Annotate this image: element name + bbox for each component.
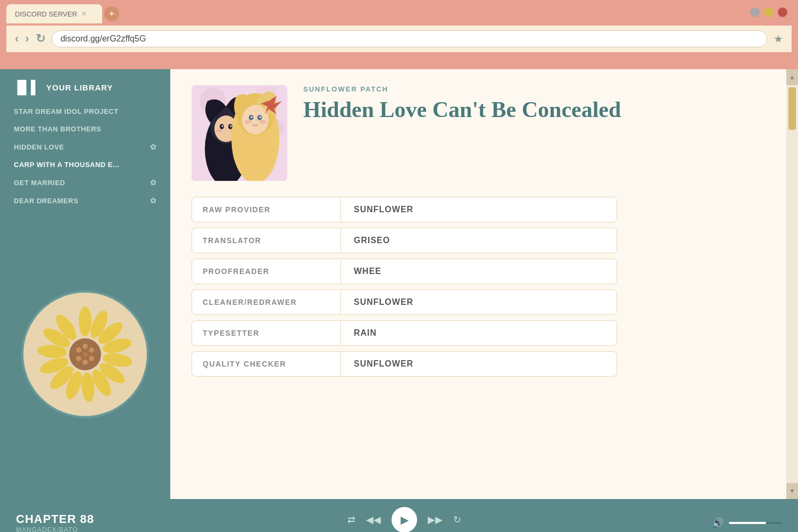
player-buttons: ⇄ ◀◀ ▶ ▶▶ ↻ bbox=[347, 507, 461, 532]
sidebar-item-label: DEAR DREAMERS bbox=[14, 197, 78, 205]
credit-row-typesetter: TYPESETTER RAIN bbox=[192, 320, 617, 346]
forward-button[interactable]: › bbox=[25, 32, 29, 46]
svg-point-18 bbox=[82, 360, 88, 365]
credit-name: SUNFLOWER bbox=[341, 352, 426, 376]
cover-art bbox=[192, 85, 287, 181]
svg-point-21 bbox=[82, 352, 88, 357]
flower-icon-3: ✿ bbox=[150, 196, 157, 205]
book-header: SUNFLOWER PATCH Hidden Love Can't Be Con… bbox=[192, 85, 765, 181]
tab-label: DISCORD SERVER bbox=[15, 10, 77, 18]
sunflower-area bbox=[0, 209, 170, 499]
book-publisher: SUNFLOWER PATCH bbox=[303, 85, 765, 93]
bookmark-button[interactable]: ★ bbox=[774, 32, 783, 45]
new-tab-button[interactable]: + bbox=[104, 6, 119, 21]
credit-row-proofreader: PROOFREADER WHEE bbox=[192, 259, 617, 284]
svg-point-37 bbox=[242, 105, 269, 135]
sidebar-item-star-dream[interactable]: STAR DREAM IDOL PROJECT bbox=[9, 103, 162, 120]
player-source: MANGADEX/BATO bbox=[16, 526, 122, 532]
sidebar-item-dear-dreamers[interactable]: DEAR DREAMERS ✿ bbox=[9, 192, 162, 209]
credits-table: RAW PROVIDER SUNFLOWER TRANSLATOR GRISEO… bbox=[192, 197, 617, 377]
add-tab-icon: + bbox=[109, 9, 115, 20]
tab-close-icon[interactable]: ✕ bbox=[81, 10, 87, 18]
svg-point-42 bbox=[244, 120, 252, 124]
maximize-button[interactable] bbox=[764, 7, 774, 17]
scroll-down-button[interactable]: ▼ bbox=[786, 483, 798, 499]
credit-name: RAIN bbox=[341, 321, 389, 345]
credit-role: QUALITY CHECKER bbox=[192, 352, 341, 376]
book-cover bbox=[192, 85, 287, 181]
svg-point-32 bbox=[230, 126, 232, 127]
play-button[interactable]: ▶ bbox=[392, 507, 417, 532]
sidebar-item-label: STAR DREAM IDOL PROJECT bbox=[14, 107, 119, 115]
svg-point-0 bbox=[79, 306, 92, 336]
refresh-button[interactable]: ↻ bbox=[36, 32, 45, 46]
svg-point-19 bbox=[76, 356, 81, 361]
scroll-thumb[interactable] bbox=[788, 87, 796, 130]
library-icon: ▐▌▌ bbox=[13, 80, 40, 95]
sidebar: ▐▌▌ YOUR LIBRARY STAR DREAM IDOL PROJECT… bbox=[0, 69, 170, 499]
credit-row-raw: RAW PROVIDER SUNFLOWER bbox=[192, 197, 617, 222]
credit-name: SUNFLOWER bbox=[341, 197, 426, 222]
volume-bar[interactable] bbox=[729, 522, 782, 524]
svg-point-41 bbox=[260, 117, 261, 118]
repeat-button[interactable]: ↻ bbox=[453, 514, 461, 526]
volume-icon: 🔊 bbox=[712, 517, 724, 529]
sunflower-svg bbox=[37, 306, 133, 402]
sunflower-emblem bbox=[21, 290, 149, 418]
player-controls: ⇄ ◀◀ ▶ ▶▶ ↻ bbox=[133, 507, 676, 532]
svg-point-43 bbox=[259, 120, 267, 124]
sidebar-title: YOUR LIBRARY bbox=[46, 83, 113, 92]
book-info: SUNFLOWER PATCH Hidden Love Can't Be Con… bbox=[303, 85, 765, 181]
volume-area: 🔊 bbox=[686, 517, 782, 529]
svg-point-17 bbox=[89, 356, 94, 361]
credit-role: PROOFREADER bbox=[192, 260, 341, 283]
flower-icon-2: ✿ bbox=[150, 178, 157, 187]
sidebar-item-label: GET MARRIED bbox=[14, 179, 65, 187]
active-tab[interactable]: DISCORD SERVER ✕ bbox=[6, 4, 102, 23]
credit-role: TYPESETTER bbox=[192, 321, 341, 345]
address-bar[interactable]: discord.gg/erG2zffq5G bbox=[52, 30, 767, 47]
player-bar: CHAPTER 88 MANGADEX/BATO ⇄ ◀◀ ▶ ▶▶ ↻ 🔊 bbox=[0, 499, 798, 532]
svg-point-20 bbox=[76, 347, 81, 353]
sidebar-item-label: CARP WITH A THOUSAND E... bbox=[14, 161, 119, 169]
credit-name: SUNFLOWER bbox=[341, 290, 426, 314]
player-info: CHAPTER 88 MANGADEX/BATO bbox=[16, 512, 122, 532]
svg-point-16 bbox=[89, 347, 94, 353]
prev-button[interactable]: ◀◀ bbox=[366, 514, 381, 526]
credit-role: RAW PROVIDER bbox=[192, 198, 341, 221]
sidebar-item-label: MORE THAN BROTHERS bbox=[14, 125, 101, 133]
volume-fill bbox=[729, 522, 766, 524]
sidebar-item-label: HIDDEN LOVE bbox=[14, 143, 64, 151]
credit-name: GRISEO bbox=[341, 228, 403, 253]
svg-point-31 bbox=[222, 126, 223, 127]
player-chapter: CHAPTER 88 bbox=[16, 512, 122, 526]
scrollbar[interactable]: ▲ ▼ bbox=[786, 69, 798, 499]
scroll-up-button[interactable]: ▲ bbox=[786, 69, 798, 85]
content-area: SUNFLOWER PATCH Hidden Love Can't Be Con… bbox=[170, 69, 798, 499]
sidebar-item-carp[interactable]: CARP WITH A THOUSAND E... bbox=[9, 156, 162, 173]
credit-row-translator: TRANSLATOR GRISEO bbox=[192, 228, 617, 253]
next-button[interactable]: ▶▶ bbox=[428, 514, 443, 526]
svg-point-15 bbox=[82, 344, 88, 349]
close-button[interactable] bbox=[778, 7, 787, 17]
svg-point-33 bbox=[216, 129, 222, 132]
sidebar-list: STAR DREAM IDOL PROJECT MORE THAN BROTHE… bbox=[0, 103, 170, 209]
back-button[interactable]: ‹ bbox=[15, 32, 19, 46]
shuffle-button[interactable]: ⇄ bbox=[347, 514, 355, 526]
credit-role: TRANSLATOR bbox=[192, 229, 341, 252]
flower-icon: ✿ bbox=[150, 143, 157, 151]
window-controls bbox=[750, 7, 787, 17]
credit-row-qc: QUALITY CHECKER SUNFLOWER bbox=[192, 351, 617, 377]
app-body: ▐▌▌ YOUR LIBRARY STAR DREAM IDOL PROJECT… bbox=[0, 69, 798, 499]
credit-row-cleaner: CLEANER/REDRAWER SUNFLOWER bbox=[192, 289, 617, 315]
sidebar-header: ▐▌▌ YOUR LIBRARY bbox=[0, 69, 170, 103]
credit-role: CLEANER/REDRAWER bbox=[192, 290, 341, 314]
sidebar-item-hidden-love[interactable]: HIDDEN LOVE ✿ bbox=[9, 138, 162, 155]
minimize-button[interactable] bbox=[750, 7, 760, 17]
svg-point-40 bbox=[251, 117, 253, 118]
credit-name: WHEE bbox=[341, 259, 394, 284]
cover-illustration bbox=[192, 85, 287, 181]
sidebar-item-get-married[interactable]: GET MARRIED ✿ bbox=[9, 174, 162, 191]
sidebar-item-more-than-brothers[interactable]: MORE THAN BROTHERS bbox=[9, 121, 162, 137]
main-content: SUNFLOWER PATCH Hidden Love Can't Be Con… bbox=[170, 69, 786, 499]
